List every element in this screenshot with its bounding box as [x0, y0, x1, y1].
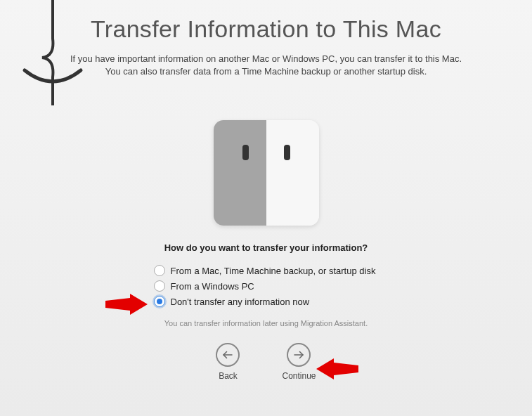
page-subtitle: If you have important information on ano… — [0, 53, 532, 78]
arrow-left-icon — [216, 343, 240, 367]
options-group: From a Mac, Time Machine backup, or star… — [154, 263, 379, 309]
migration-note: You can transfer information later using… — [0, 319, 532, 327]
nav-footer: Back Continue — [0, 343, 532, 381]
subtitle-line-2: You can also transfer data from a Time M… — [105, 66, 427, 77]
option-from-windows[interactable]: From a Windows PC — [154, 278, 379, 294]
continue-label: Continue — [282, 371, 316, 381]
subtitle-line-1: If you have important information on ano… — [70, 53, 462, 64]
option-label: From a Windows PC — [171, 281, 254, 292]
radio-icon — [154, 296, 165, 307]
option-from-mac[interactable]: From a Mac, Time Machine backup, or star… — [154, 263, 379, 278]
arrow-right-icon — [287, 343, 311, 367]
continue-button[interactable]: Continue — [282, 343, 316, 381]
option-label: Don't transfer any information now — [171, 297, 310, 307]
radio-icon — [154, 280, 165, 292]
question-heading: How do you want to transfer your informa… — [0, 242, 532, 253]
page-title: Transfer Information to This Mac — [0, 15, 532, 43]
back-label: Back — [219, 371, 238, 381]
annotation-arrow-icon — [105, 294, 148, 315]
back-button[interactable]: Back — [216, 343, 240, 381]
finder-face-icon — [214, 120, 319, 226]
option-label: From a Mac, Time Machine backup, or star… — [171, 266, 376, 276]
svg-marker-2 — [105, 294, 148, 315]
option-dont-transfer[interactable]: Don't transfer any information now — [154, 294, 379, 309]
radio-icon — [154, 265, 165, 276]
